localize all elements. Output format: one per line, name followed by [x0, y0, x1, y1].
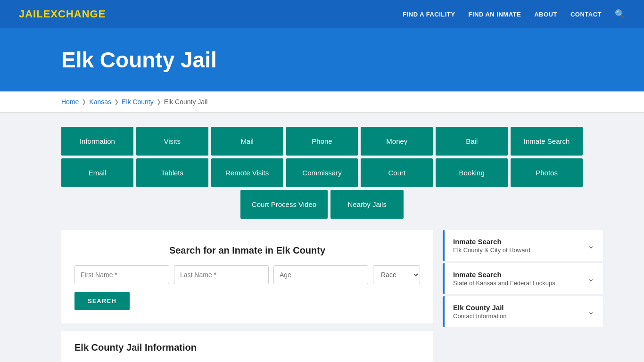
logo-jail: JAIL: [19, 8, 43, 20]
nav-buttons-row3: Court Process Video Nearby Jails: [61, 190, 583, 219]
sidebar-item-header-3[interactable]: Elk County Jail Contact Information ⌄: [445, 296, 603, 327]
sidebar-inmate-search-1[interactable]: Inmate Search Elk County & City of Howar…: [443, 230, 603, 261]
sidebar-contact-info[interactable]: Elk County Jail Contact Information ⌄: [443, 296, 603, 327]
btn-court-process-video[interactable]: Court Process Video: [240, 190, 328, 219]
breadcrumb-bar: Home ❯ Kansas ❯ Elk County ❯ Elk County …: [0, 91, 644, 113]
btn-money[interactable]: Money: [361, 127, 433, 156]
btn-booking[interactable]: Booking: [436, 158, 508, 187]
nav-contact[interactable]: CONTACT: [570, 11, 602, 18]
btn-court[interactable]: Court: [361, 158, 433, 187]
sidebar: Inmate Search Elk County & City of Howar…: [443, 230, 603, 329]
sidebar-item-title-3: Elk County Jail: [453, 304, 506, 312]
main-content: Information Visits Mail Phone Money Bail…: [0, 113, 644, 362]
btn-mail[interactable]: Mail: [211, 127, 283, 156]
info-section: Elk County Jail Information: [61, 331, 433, 362]
hero-section: Elk County Jail: [0, 28, 644, 91]
info-title: Elk County Jail Information: [74, 342, 420, 353]
search-fields: Race White Black Hispanic Asian Other: [74, 265, 420, 284]
btn-nearby-jails[interactable]: Nearby Jails: [330, 190, 404, 219]
btn-phone[interactable]: Phone: [286, 127, 358, 156]
btn-tablets[interactable]: Tablets: [136, 158, 208, 187]
btn-information[interactable]: Information: [61, 127, 133, 156]
breadcrumb: Home ❯ Kansas ❯ Elk County ❯ Elk County …: [61, 98, 583, 106]
breadcrumb-home[interactable]: Home: [61, 98, 79, 106]
chevron-down-icon-3: ⌄: [587, 306, 594, 317]
header: JAILEXCHANGE FIND A FACILITY FIND AN INM…: [0, 0, 644, 28]
btn-inmate-search[interactable]: Inmate Search: [511, 127, 583, 156]
search-icon[interactable]: 🔍: [615, 9, 625, 19]
sidebar-item-title-2: Inmate Search: [453, 271, 555, 279]
sidebar-item-header-1[interactable]: Inmate Search Elk County & City of Howar…: [445, 230, 603, 261]
search-box: Search for an Inmate in Elk County Race …: [61, 230, 433, 323]
nav-about[interactable]: ABOUT: [534, 11, 557, 18]
btn-bail[interactable]: Bail: [436, 127, 508, 156]
sidebar-inmate-search-2[interactable]: Inmate Search State of Kansas and Federa…: [443, 263, 603, 294]
chevron-down-icon-1: ⌄: [587, 240, 594, 251]
logo[interactable]: JAILEXCHANGE: [19, 8, 106, 20]
btn-commissary[interactable]: Commissary: [286, 158, 358, 187]
search-title: Search for an Inmate in Elk County: [74, 245, 420, 256]
sidebar-item-subtitle-1: Elk County & City of Howard: [453, 247, 530, 254]
logo-exchange: EXCHANGE: [43, 8, 106, 20]
main-nav: FIND A FACILITY FIND AN INMATE ABOUT CON…: [403, 9, 625, 19]
sidebar-item-subtitle-3: Contact Information: [453, 313, 506, 320]
sidebar-item-title-1: Inmate Search: [453, 238, 530, 246]
first-name-input[interactable]: [74, 265, 169, 284]
nav-find-inmate[interactable]: FIND AN INMATE: [468, 11, 521, 18]
left-column: Search for an Inmate in Elk County Race …: [61, 230, 433, 362]
content-layout: Search for an Inmate in Elk County Race …: [61, 230, 583, 362]
nav-buttons-row2: Email Tablets Remote Visits Commissary C…: [61, 158, 583, 187]
btn-visits[interactable]: Visits: [136, 127, 208, 156]
race-select[interactable]: Race White Black Hispanic Asian Other: [373, 265, 420, 284]
sidebar-item-text-1: Inmate Search Elk County & City of Howar…: [453, 238, 530, 254]
last-name-input[interactable]: [174, 265, 269, 284]
sidebar-item-text-2: Inmate Search State of Kansas and Federa…: [453, 271, 555, 287]
btn-remote-visits[interactable]: Remote Visits: [211, 158, 283, 187]
breadcrumb-sep-1: ❯: [82, 99, 86, 105]
btn-photos[interactable]: Photos: [511, 158, 583, 187]
breadcrumb-sep-2: ❯: [114, 99, 119, 105]
sidebar-item-subtitle-2: State of Kansas and Federal Lockups: [453, 280, 555, 287]
btn-email[interactable]: Email: [61, 158, 133, 187]
breadcrumb-elk-county[interactable]: Elk County: [122, 98, 154, 106]
search-button[interactable]: SEARCH: [74, 292, 130, 310]
age-input[interactable]: [273, 265, 368, 284]
chevron-down-icon-2: ⌄: [587, 273, 594, 284]
breadcrumb-current: Elk County Jail: [164, 98, 208, 106]
breadcrumb-sep-3: ❯: [157, 99, 161, 105]
nav-buttons-row1: Information Visits Mail Phone Money Bail…: [61, 127, 583, 156]
sidebar-item-header-2[interactable]: Inmate Search State of Kansas and Federa…: [445, 263, 603, 294]
nav-find-facility[interactable]: FIND A FACILITY: [403, 11, 455, 18]
page-title: Elk County Jail: [61, 47, 625, 73]
sidebar-item-text-3: Elk County Jail Contact Information: [453, 304, 506, 320]
breadcrumb-kansas[interactable]: Kansas: [89, 98, 111, 106]
